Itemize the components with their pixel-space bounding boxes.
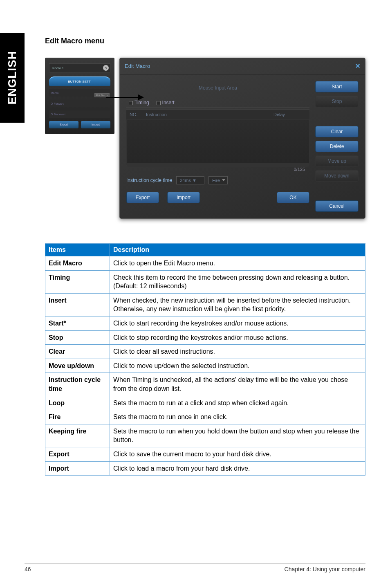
cycle-time-label: Instruction cycle time [126, 177, 172, 183]
cell-desc: Sets the macro to run at a click and sto… [110, 396, 365, 410]
cell-item: Fire [45, 410, 110, 424]
source-panel: macro 1 ✎ BUTTON SETTI Macro Edit Macro … [45, 58, 114, 134]
panel-footer: Export Import [49, 121, 110, 128]
dialog-action-row: Export Import OK [126, 192, 309, 203]
cell-desc: Click to move up/down the selected instr… [110, 359, 365, 373]
cancel-button[interactable]: Cancel [315, 200, 359, 212]
macro-name-row[interactable]: macro 1 ✎ [49, 63, 110, 72]
cycle-time-value: 24ms ▼ [180, 178, 197, 183]
panel-import-button[interactable]: Import [81, 121, 110, 128]
cell-item: Import [45, 461, 110, 476]
dialog-title-text: Edit Macro [125, 63, 150, 69]
button-setting-tab[interactable]: BUTTON SETTI [49, 76, 110, 86]
col-no: NO. [130, 112, 146, 117]
section-title: Edit Macro menu [45, 37, 365, 45]
stop-button[interactable]: Stop [315, 96, 359, 107]
edit-macro-dialog: Edit Macro × Mouse Input Area Timing Ins… [119, 58, 365, 219]
screenshot-figure: macro 1 ✎ BUTTON SETTI Macro Edit Macro … [45, 58, 365, 219]
panel-export-button[interactable]: Export [49, 121, 78, 128]
cell-item: Move up/down [45, 359, 110, 373]
cell-item: Keeping fire [45, 424, 110, 447]
backward-sub-row[interactable]: O Backward [49, 110, 110, 118]
table-row: Start*Click to start recording the keyst… [45, 316, 365, 330]
import-button[interactable]: Import [167, 192, 200, 203]
table-row: Instruction cycle timeWhen Timing is unc… [45, 373, 365, 396]
cell-item: Timing [45, 270, 110, 293]
cell-desc: Sets the macro to run once in one click. [110, 410, 365, 424]
clear-button[interactable]: Clear [315, 126, 359, 137]
col-instruction: Instruction [146, 112, 273, 117]
move-up-button[interactable]: Move up [315, 155, 359, 167]
table-row: ImportClick to load a macro from your ha… [45, 461, 365, 476]
table-row: Keeping fireSets the macro to run when y… [45, 424, 365, 447]
close-icon[interactable]: × [355, 61, 360, 71]
cell-desc: Click to load a macro from your hard dis… [110, 461, 365, 476]
macro-sub-row[interactable]: Macro Edit Macro [49, 89, 110, 97]
cell-desc: Click to stop recording the keystrokes a… [110, 330, 365, 345]
backward-label: O Backward [51, 113, 66, 116]
cycle-time-row: Instruction cycle time 24ms ▼ Fire [126, 176, 309, 184]
dialog-side-buttons: Start Stop Clear Delete Move up Move dow… [315, 80, 359, 212]
instruction-list[interactable]: 0/125 [126, 120, 309, 165]
language-tab: ENGLISH [0, 33, 25, 123]
table-row: StopClick to stop recording the keystrok… [45, 330, 365, 345]
arrow-icon [106, 97, 143, 98]
cell-item: Insert [45, 293, 110, 316]
chevron-down-icon [222, 179, 225, 181]
cell-desc: Click to save the current macro to your … [110, 447, 365, 461]
forward-sub-row[interactable]: O Forward [49, 100, 110, 107]
move-down-button[interactable]: Move down [315, 170, 359, 182]
dialog-titlebar: Edit Macro × [120, 58, 365, 74]
cell-item: Instruction cycle time [45, 373, 110, 396]
insert-label: Insert [162, 100, 175, 105]
cell-desc: Click to start recording the keystrokes … [110, 316, 365, 330]
cycle-time-dropdown[interactable]: 24ms ▼ [176, 176, 204, 184]
table-row: FireSets the macro to run once in one cl… [45, 410, 365, 424]
mouse-input-area[interactable]: Mouse Input Area [126, 80, 309, 98]
timing-checkbox[interactable]: Timing [129, 100, 149, 105]
record-options: Timing Insert [126, 98, 309, 108]
timing-label: Timing [134, 100, 149, 105]
col-delay: Delay [273, 112, 306, 117]
cell-desc: Check this item to record the time betwe… [110, 270, 365, 293]
scrollbar[interactable] [127, 163, 309, 167]
cell-item: Clear [45, 345, 110, 359]
table-row: ExportClick to save the current macro to… [45, 447, 365, 461]
export-button[interactable]: Export [126, 192, 159, 203]
instruction-list-header: NO. Instruction Delay [126, 109, 309, 120]
th-description: Description [110, 244, 365, 256]
cell-item: Stop [45, 330, 110, 345]
cell-item: Start* [45, 316, 110, 330]
page-number: 46 [25, 566, 31, 572]
insert-checkbox[interactable]: Insert [157, 100, 175, 105]
cell-desc: When checked, the new instruction will b… [110, 293, 365, 316]
table-row: Move up/downClick to move up/down the se… [45, 359, 365, 373]
cell-desc: Click to clear all saved instructions. [110, 345, 365, 359]
page-footer: 46 Chapter 4: Using your computer [25, 563, 365, 572]
pencil-icon[interactable]: ✎ [103, 65, 109, 71]
cell-desc: Click to open the Edit Macro menu. [110, 256, 365, 271]
cell-item: Loop [45, 396, 110, 410]
cell-item: Export [45, 447, 110, 461]
cell-item: Edit Macro [45, 256, 110, 271]
fire-mode-value: Fire [212, 178, 220, 183]
forward-label: O Forward [51, 102, 64, 105]
table-row: InsertWhen checked, the new instruction … [45, 293, 365, 316]
cell-desc: Sets the macro to run when you hold down… [110, 424, 365, 447]
table-row: LoopSets the macro to run at a click and… [45, 396, 365, 410]
fire-mode-dropdown[interactable]: Fire [208, 176, 228, 184]
delete-button[interactable]: Delete [315, 141, 359, 152]
description-table: Items Description Edit MacroClick to ope… [45, 243, 365, 476]
chapter-label: Chapter 4: Using your computer [285, 566, 365, 572]
dialog-body: Mouse Input Area Timing Insert NO. Instr… [120, 74, 365, 218]
ok-button[interactable]: OK [277, 192, 309, 203]
dialog-left: Mouse Input Area Timing Insert NO. Instr… [126, 80, 309, 212]
macro-name-text: macro 1 [52, 66, 64, 70]
start-button[interactable]: Start [315, 81, 359, 92]
th-items: Items [45, 244, 110, 256]
language-label: ENGLISH [6, 51, 19, 104]
table-row: ClearClick to clear all saved instructio… [45, 345, 365, 359]
instruction-counter: 0/125 [294, 167, 305, 172]
table-row: TimingCheck this item to record the time… [45, 270, 365, 293]
page-content: Edit Macro menu macro 1 ✎ BUTTON SETTI M… [45, 37, 365, 476]
